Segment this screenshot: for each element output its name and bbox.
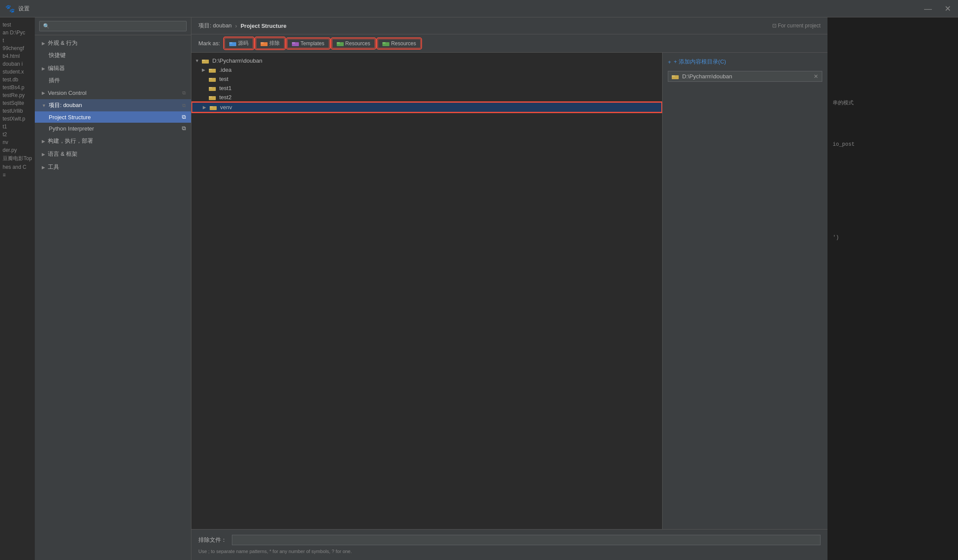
chevron-right-icon: ▶ — [202, 67, 207, 72]
mark-source-button[interactable]: 源码 — [224, 38, 253, 49]
code-line: 串的模式 — [833, 99, 953, 107]
hint-text: Use ; to separate name patterns, * for a… — [198, 548, 821, 555]
tree-item-test2[interactable]: ▶ test2 — [191, 93, 662, 102]
chevron-right-icon: ▶ — [42, 139, 45, 144]
sidebar-item-shortcuts[interactable]: 快捷键 — [35, 49, 191, 61]
file-tree: ▼ D:\Pycharm\douban ▶ .idea — [191, 53, 662, 529]
file-item: b4.html — [3, 52, 32, 60]
title-bar-text: 设置 — [18, 5, 30, 13]
copy-icon: ⧉ — [182, 114, 186, 121]
file-list-bg: test an D:\Pyc t 99chengf b4.html douban… — [0, 17, 35, 182]
folder-icon — [209, 67, 216, 73]
svg-rect-23 — [672, 75, 675, 77]
sidebar-item-version-control[interactable]: ▶ Version Control ⧉ — [35, 87, 191, 98]
folder-test-resources-icon — [382, 41, 389, 46]
sidebar-item-language[interactable]: ▶ 语言 & 框架 — [35, 148, 191, 160]
chevron-right-icon: ▶ — [203, 105, 208, 110]
plus-icon: + — [668, 59, 671, 65]
exclude-label-text: 排除文件： — [198, 536, 227, 544]
minimize-button[interactable]: — — [924, 4, 932, 13]
mark-templates-label: Templates — [301, 40, 325, 47]
content-split: ▼ D:\Pycharm\douban ▶ .idea — [191, 53, 827, 529]
exclude-input[interactable] — [232, 535, 821, 545]
svg-rect-7 — [337, 42, 340, 44]
folder-exclude-icon — [261, 41, 268, 46]
settings-panel: ▶ 外观 & 行为 快捷键 ▶ 编辑器 插件 ▶ — [35, 17, 191, 560]
mark-source-label: 源码 — [238, 40, 248, 47]
breadcrumb-for-project: ⊡ For current project — [772, 23, 821, 29]
svg-rect-17 — [209, 87, 212, 88]
tree-item-label: test — [219, 76, 228, 82]
svg-rect-3 — [261, 42, 264, 44]
chevron-down-icon: ▼ — [42, 103, 46, 108]
tree-item-label: .idea — [219, 67, 231, 73]
sidebar-item-project-douban[interactable]: ▼ 项目: douban ⧉ — [35, 99, 191, 111]
tree-item-label: test2 — [219, 94, 231, 101]
file-item: t — [3, 37, 32, 44]
sidebar-item-label: 构建，执行，部署 — [48, 137, 93, 145]
copy-icon: ⧉ — [182, 103, 186, 108]
chevron-right-icon: ▶ — [42, 41, 45, 46]
sidebar-item-label: 语言 & 框架 — [48, 150, 77, 158]
folder-icon — [202, 58, 209, 64]
folder-icon — [209, 77, 216, 82]
sidebar-item-tools[interactable]: ▶ 工具 — [35, 161, 191, 173]
close-button[interactable]: ✕ — [945, 4, 951, 13]
search-input[interactable] — [39, 21, 187, 31]
sidebar-subitem-label: 插件 — [49, 77, 60, 84]
section-build: ▶ 构建，执行，部署 — [35, 135, 191, 147]
sidebar-item-plugins[interactable]: 插件 — [35, 74, 191, 87]
title-bar: 🐾 设置 — ✕ — [0, 0, 958, 17]
breadcrumb-page: Project Structure — [241, 23, 286, 29]
folder-resources-icon — [337, 41, 344, 46]
sidebar-item-label: 编辑器 — [48, 64, 65, 72]
file-item: testSqlite — [3, 99, 32, 107]
folder-templates-icon — [292, 41, 299, 46]
sidebar-item-python-interpreter[interactable]: Python Interpreter ⧉ — [35, 123, 191, 134]
file-item: testXwlt.p — [3, 115, 32, 123]
copy-icon: ⧉ — [182, 125, 186, 132]
sidebar-item-appearance[interactable]: ▶ 外观 & 行为 — [35, 37, 191, 49]
mark-test-resources-label: Resources — [391, 40, 416, 47]
mark-resources-label: Resources — [345, 40, 370, 47]
file-item: douban i — [3, 60, 32, 68]
mark-resources-button[interactable]: Resources — [332, 39, 375, 48]
section-tools: ▶ 工具 — [35, 161, 191, 173]
section-version-control: ▶ Version Control ⧉ — [35, 87, 191, 98]
file-item: testRe.py — [3, 91, 32, 99]
file-item: 99chengf — [3, 44, 32, 52]
mark-test-resources-button[interactable]: Resources — [378, 39, 421, 48]
folder-icon — [210, 105, 217, 110]
mark-as-label: Mark as: — [198, 40, 220, 47]
bottom-section: 排除文件： Use ; to separate name patterns, *… — [191, 529, 827, 560]
tree-item-venv[interactable]: ▶ venv — [191, 102, 662, 113]
add-content-root-button[interactable]: + + 添加内容根目录(C) — [668, 58, 822, 66]
file-item: hes and C — [3, 163, 32, 171]
mark-exclude-label: 排除 — [269, 40, 280, 47]
breadcrumb-bar: 项目: douban › Project Structure ⊡ For cur… — [191, 17, 827, 34]
sidebar-item-project-structure[interactable]: Project Structure ⧉ — [35, 111, 191, 123]
right-code-background: 串的模式 io_post ') — [827, 17, 958, 560]
tree-item-idea[interactable]: ▶ .idea — [191, 65, 662, 74]
sidebar-item-editor[interactable]: ▶ 编辑器 — [35, 62, 191, 74]
editor-background: test an D:\Pyc t 99chengf b4.html douban… — [0, 17, 35, 560]
main-container: test an D:\Pyc t 99chengf b4.html douban… — [0, 17, 958, 560]
mark-exclude-button[interactable]: 排除 — [256, 38, 285, 49]
remove-content-root-button[interactable]: ✕ — [814, 73, 818, 80]
tree-item-root[interactable]: ▼ D:\Pycharm\douban — [191, 56, 662, 65]
svg-rect-19 — [209, 96, 212, 97]
svg-rect-13 — [209, 69, 212, 70]
breadcrumb-separator: › — [235, 23, 237, 29]
chevron-right-icon: ▶ — [42, 165, 45, 170]
sidebar-item-label: 外观 & 行为 — [48, 39, 77, 47]
svg-rect-9 — [382, 42, 385, 44]
folder-icon — [672, 74, 679, 79]
tree-item-test[interactable]: ▶ test — [191, 74, 662, 84]
right-panel: + + 添加内容根目录(C) D:\Pycharm\douban ✕ — [662, 53, 827, 529]
file-item: test.db — [3, 76, 32, 84]
sidebar-item-build[interactable]: ▶ 构建，执行，部署 — [35, 135, 191, 147]
tree-item-test1[interactable]: ▶ test1 — [191, 84, 662, 93]
file-item: 豆瓣电影Top — [3, 154, 32, 163]
folder-icon — [209, 86, 216, 91]
mark-templates-button[interactable]: Templates — [287, 39, 329, 48]
